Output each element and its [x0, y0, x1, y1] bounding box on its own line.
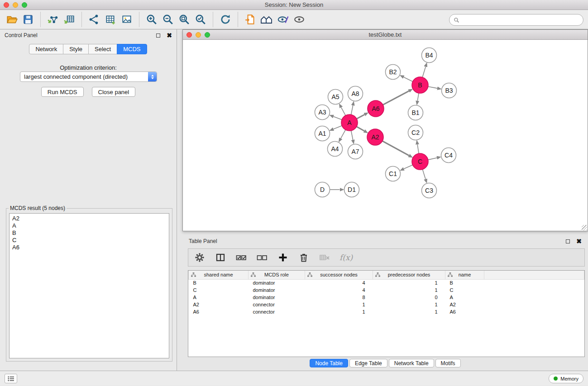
edge-B-B3[interactable] [428, 86, 437, 88]
table-cell[interactable]: C [189, 286, 249, 294]
select-all-icon[interactable] [235, 252, 247, 263]
tab-network[interactable]: Network [29, 44, 63, 54]
graph-node-A2[interactable]: A2 [367, 129, 383, 145]
table-cell[interactable]: A6 [189, 308, 249, 315]
network-zoom-button[interactable] [205, 32, 210, 38]
search-input[interactable] [461, 17, 579, 24]
graph-node-D1[interactable]: D1 [344, 182, 359, 197]
edge-A-A3[interactable] [334, 117, 342, 120]
graph-node-A[interactable]: A [341, 114, 358, 131]
graph-node-C3[interactable]: C3 [422, 183, 437, 198]
table-cell[interactable]: 1 [373, 301, 445, 308]
zoom-fit-icon[interactable] [176, 11, 192, 28]
tab-edge-table[interactable]: Edge Table [349, 359, 387, 367]
zoom-selected-icon[interactable] [192, 11, 209, 28]
export-image-icon[interactable] [119, 11, 135, 28]
network-close-button[interactable] [186, 32, 192, 38]
edge-A-A4[interactable] [341, 130, 346, 138]
close-table-panel-icon[interactable]: ✖ [576, 238, 582, 244]
minimize-window-button[interactable] [13, 2, 18, 8]
graph-node-B[interactable]: B [412, 77, 428, 93]
zoom-window-button[interactable] [22, 2, 27, 8]
column-header-successor-nodes[interactable]: successor nodes [305, 271, 373, 279]
run-mcds-button[interactable]: Run MCDS [41, 87, 84, 97]
edge-A6-B[interactable] [383, 91, 409, 105]
result-item[interactable]: A6 [12, 244, 166, 251]
float-table-panel-icon[interactable] [566, 239, 570, 243]
table-row[interactable]: A2connector11A2 [189, 301, 584, 308]
table-cell[interactable]: connector [249, 301, 305, 308]
window-resize-handle[interactable] [582, 225, 587, 230]
table-cell[interactable]: A2 [189, 301, 249, 308]
edge-A-A6[interactable] [357, 114, 364, 119]
float-panel-icon[interactable] [156, 33, 160, 38]
table-row[interactable]: Bdominator41B [189, 279, 584, 286]
save-session-icon[interactable] [20, 11, 36, 28]
edge-B-B4[interactable] [422, 67, 425, 77]
graph-node-A1[interactable]: A1 [315, 126, 330, 141]
import-table-icon[interactable] [61, 11, 77, 28]
graph-node-A5[interactable]: A5 [328, 90, 343, 105]
optimization-criterion-select[interactable]: largest connected component (directed) [20, 71, 157, 82]
graph-node-A3[interactable]: A3 [315, 105, 330, 120]
apply-function-icon[interactable]: f(x) [339, 253, 353, 262]
table-cell[interactable]: 4 [305, 286, 373, 294]
graph-node-B1[interactable]: B1 [408, 105, 423, 120]
column-header-name[interactable]: name [445, 271, 484, 279]
hide-selected-icon[interactable] [275, 11, 291, 28]
table-row[interactable]: Cdominator41C [189, 286, 584, 294]
column-header-predecessor-nodes[interactable]: predecessor nodes [373, 271, 445, 279]
delete-row-icon[interactable] [298, 252, 310, 263]
graph-node-D[interactable]: D [315, 182, 330, 197]
result-item[interactable]: A [12, 222, 166, 229]
toolbar-search[interactable] [449, 14, 583, 26]
edge-A2-C[interactable] [382, 141, 409, 156]
edge-C-C4[interactable] [428, 158, 437, 160]
graph-node-A6[interactable]: A6 [368, 100, 384, 117]
tab-select[interactable]: Select [88, 44, 117, 54]
table-cell[interactable]: A6 [445, 308, 484, 315]
edge-A-A5[interactable] [341, 107, 346, 115]
table-cell[interactable]: 0 [373, 294, 445, 301]
table-cell[interactable]: dominator [249, 286, 305, 294]
import-network-icon[interactable] [45, 11, 61, 28]
edge-C-C3[interactable] [422, 169, 425, 179]
node-table-container[interactable]: shared nameMCDS rolesuccessor nodesprede… [188, 270, 585, 357]
graph-node-B3[interactable]: B3 [442, 83, 457, 98]
edge-C-C2[interactable] [417, 144, 419, 153]
network-minimize-button[interactable] [196, 32, 201, 38]
tab-network-table[interactable]: Network Table [389, 359, 434, 367]
network-canvas[interactable]: B4B2BB3A5A8A6A3B1AC2A1A2A4A7C4CC1C3DD1 [183, 40, 588, 231]
table-cell[interactable]: B [189, 279, 249, 286]
network-window-titlebar[interactable]: testGlobe.txt [183, 30, 588, 40]
table-cell[interactable]: 1 [305, 308, 373, 315]
memory-button[interactable]: Memory [549, 374, 583, 383]
add-row-icon[interactable] [277, 252, 289, 263]
table-cell[interactable]: 1 [373, 308, 445, 315]
new-network-icon[interactable] [86, 11, 102, 28]
graph-node-B2[interactable]: B2 [386, 65, 401, 80]
task-history-button[interactable] [5, 374, 17, 383]
edge-B-B1[interactable] [417, 93, 419, 101]
table-cell[interactable]: dominator [249, 294, 305, 301]
column-header-shared-name[interactable]: shared name [189, 271, 249, 279]
graph-node-B4[interactable]: B4 [422, 48, 437, 63]
graph-node-C[interactable]: C [412, 153, 428, 170]
edge-A-A1[interactable] [334, 126, 342, 129]
tab-node-table[interactable]: Node Table [310, 359, 348, 367]
edge-C-C1[interactable] [404, 165, 412, 169]
table-cell[interactable]: A [445, 294, 484, 301]
edge-A-A8[interactable] [351, 105, 353, 114]
table-cell[interactable]: B [445, 279, 484, 286]
close-window-button[interactable] [4, 2, 9, 8]
table-cell[interactable]: connector [249, 308, 305, 315]
result-item[interactable]: A2 [12, 215, 166, 222]
graph-node-A4[interactable]: A4 [328, 142, 343, 157]
zoom-out-icon[interactable] [160, 11, 176, 28]
tab-style[interactable]: Style [63, 44, 89, 54]
graph-node-A8[interactable]: A8 [348, 86, 363, 101]
table-cell[interactable]: 1 [305, 301, 373, 308]
table-row[interactable]: Adominator80A [189, 294, 584, 301]
open-session-icon[interactable] [4, 11, 20, 28]
edge-A-A7[interactable] [351, 131, 353, 140]
